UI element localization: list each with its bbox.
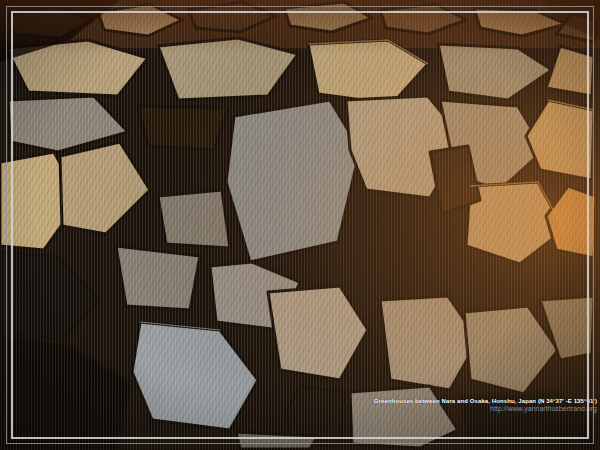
aerial-photo-greenhouses [0,0,600,450]
photo-texture-overlays [0,0,600,450]
wallpaper-stage: Greenhouses between Nara and Osaka, Hons… [0,0,600,450]
